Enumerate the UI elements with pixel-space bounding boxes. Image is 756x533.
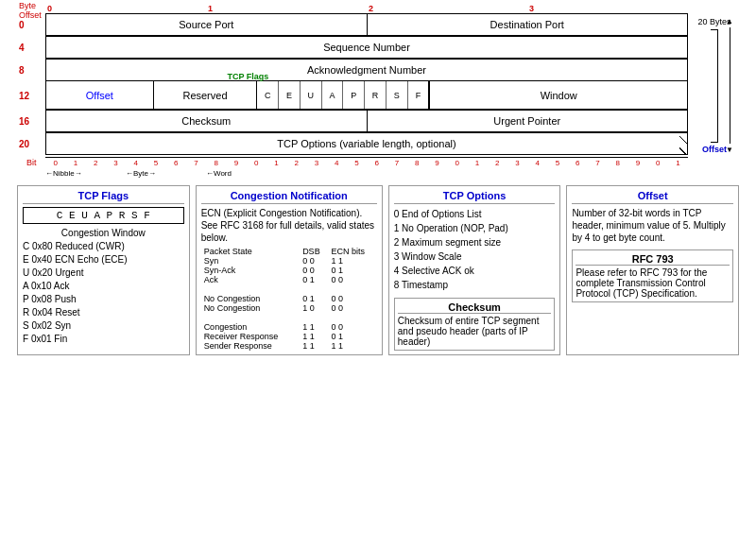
reserved-cell: Reserved: [154, 81, 258, 109]
bit-offset-label: Bit: [26, 158, 37, 167]
offset-cell: Offset: [46, 81, 154, 109]
byte-offset-header: Byte Offset: [19, 2, 42, 21]
offset-8: 8: [19, 65, 25, 76]
tcp-options-panel: TCP Options 0 End of Options List 1 No O…: [388, 185, 561, 355]
offset-desc: Number of 32-bit words in TCP header, mi…: [572, 207, 733, 244]
flags-list: C 0x80 Reduced (CWR) E 0x40 ECN Echo (EC…: [23, 240, 184, 346]
checksum-sub-title: Checksum: [398, 301, 552, 314]
checksum-sub-desc: Checksum of entire TCP segment and pseud…: [398, 316, 552, 347]
col-3-label: 3: [527, 4, 688, 13]
nibble-byte-word-labels: ←Nibble→ ←Byte→ ←Word: [45, 168, 688, 178]
flag-A: A: [322, 81, 344, 109]
source-port: Source Port: [46, 14, 368, 35]
congestion-panel: Congestion Notification ECN (Explicit Co…: [196, 185, 383, 355]
bit-ruler: 0 1 2 3 4 5 6 7 8 9 0 1 2 3 4 5 6 7 8 9: [45, 157, 688, 167]
offset-panel-title: Offset: [572, 190, 733, 204]
col-0-label: 0: [45, 4, 206, 13]
offset-16: 16: [19, 116, 29, 127]
flag-C: C: [257, 81, 279, 109]
urgent-pointer-cell: Urgent Pointer: [368, 111, 688, 131]
flag-R: R: [365, 81, 387, 109]
tcp-options-title: TCP Options: [394, 190, 556, 204]
tcp-flags-title: TCP Flags: [23, 190, 184, 204]
options-list: 0 End of Options List 1 No Operation (NO…: [394, 207, 556, 292]
checksum-sub-panel: Checksum Checksum of entire TCP segment …: [394, 298, 556, 351]
rfc-title: RFC 793: [576, 253, 730, 266]
tcp-flags-diagram-label: TCP Flags: [227, 72, 268, 81]
seq-number: Sequence Number: [46, 37, 687, 58]
offset-0: 0: [19, 20, 25, 30]
offset-12: 12: [19, 91, 29, 101]
tcp-flags-display: C E U A P R S F: [23, 207, 184, 224]
offset-4: 4: [19, 43, 25, 53]
col-1-label: 1: [206, 4, 367, 13]
checksum-cell: Checksum: [46, 111, 368, 131]
congestion-table: Packet State DSB ECN bits Syn0 01 1 Syn-…: [201, 247, 377, 351]
dest-port: Destination Port: [368, 14, 688, 35]
offset-20: 20: [19, 139, 29, 149]
tcp-options-cell: TCP Options (variable length, optional): [46, 133, 687, 154]
congestion-window-label: Congestion Window: [23, 228, 184, 238]
flag-U: U: [301, 81, 322, 109]
flag-P: P: [343, 81, 365, 109]
congestion-desc: ECN (Explicit Congestion Notification). …: [201, 207, 377, 244]
congestion-title: Congestion Notification: [201, 190, 377, 204]
rfc-sub-panel: RFC 793 Please refer to RFC 793 for the …: [572, 249, 733, 302]
flag-S: S: [387, 81, 408, 109]
window-cell: Window: [429, 81, 687, 109]
tcp-flags-panel: TCP Flags C E U A P R S F Congestion Win…: [17, 185, 190, 355]
offset-panel: Offset Number of 32-bit words in TCP hea…: [566, 185, 739, 355]
col-2-label: 2: [367, 4, 527, 13]
rfc-desc: Please refer to RFC 793 for the complete…: [576, 267, 730, 299]
ack-number: Acknowledgment Number: [46, 60, 687, 80]
flag-F: F: [408, 81, 429, 109]
flag-E: E: [279, 81, 301, 109]
